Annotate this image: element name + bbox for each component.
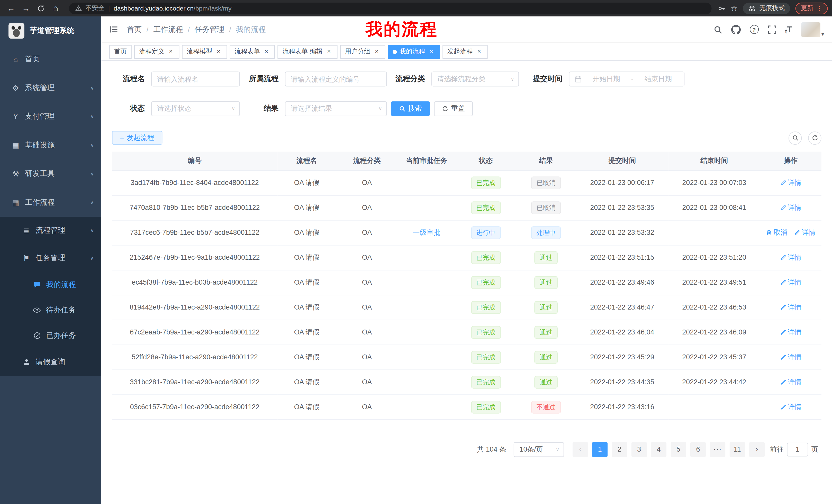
breadcrumb-workflow[interactable]: 工作流程 [153, 25, 183, 34]
browser-chrome: ← → ⌂ 不安全 | dashboard.yudao.iocoder.cn/b… [0, 0, 832, 17]
active-dot [393, 50, 397, 54]
tab-close-icon[interactable]: × [427, 48, 435, 55]
search-button[interactable]: 搜索 [391, 101, 430, 116]
detail-button[interactable]: 详情 [794, 228, 815, 237]
detail-icon [780, 304, 786, 311]
update-menu-button[interactable]: 更新 ⋮ [796, 2, 828, 14]
address-bar[interactable]: 不安全 | dashboard.yudao.iocoder.cn/bpm/tas… [69, 2, 711, 14]
page-button[interactable]: 6 [690, 442, 706, 457]
tab[interactable]: 发起流程 × [442, 45, 488, 59]
detail-button[interactable]: 详情 [780, 327, 802, 337]
tab[interactable]: 流程模型 × [182, 45, 227, 59]
sidebar-item-todo-tasks[interactable]: 待办任务 [0, 298, 101, 323]
key-icon[interactable] [718, 5, 725, 12]
detail-button[interactable]: 详情 [780, 277, 802, 287]
tab[interactable]: 流程表单 × [230, 45, 275, 59]
cancel-button[interactable]: 取消 [766, 228, 787, 237]
result-badge: 已取消 [531, 201, 561, 214]
sidebar-item-label: 我的流程 [46, 280, 76, 289]
detail-button[interactable]: 详情 [780, 302, 802, 312]
goto-page-input[interactable] [787, 442, 808, 456]
forward-button[interactable]: → [19, 1, 33, 15]
page-ellipsis[interactable]: ··· [710, 442, 725, 457]
tab[interactable]: 流程表单-编辑 × [278, 45, 337, 59]
search-icon[interactable] [713, 25, 722, 34]
detail-button[interactable]: 详情 [780, 203, 802, 212]
detail-label: 详情 [802, 228, 815, 237]
page-button[interactable]: 4 [651, 442, 667, 457]
tab-close-icon[interactable]: × [475, 48, 483, 55]
sidebar-toggle-button[interactable] [109, 25, 118, 33]
prev-page-button[interactable]: ‹ [573, 442, 588, 457]
tab-close-icon[interactable]: × [167, 48, 175, 55]
tab[interactable]: 流程定义 × [134, 45, 179, 59]
sidebar-item-payment[interactable]: ¥ 支付管理 ∨ [0, 102, 101, 131]
refresh-table-button[interactable] [808, 131, 822, 145]
detail-button[interactable]: 详情 [780, 352, 802, 362]
submit-time-range-picker[interactable]: 开始日期 - 结束日期 [569, 72, 684, 87]
reset-button[interactable]: 重置 [434, 101, 473, 116]
sidebar-item-workflow[interactable]: ▦ 工作流程 ∧ [0, 188, 101, 217]
detail-button[interactable]: 详情 [780, 253, 802, 262]
table-row: ec45f38f-7b9a-11ec-b03b-acde48001122 OA … [112, 270, 821, 295]
detail-label: 详情 [788, 327, 802, 337]
page-button[interactable]: 1 [592, 442, 607, 457]
caret-down-icon[interactable]: ▾ [822, 31, 824, 37]
current-task-link[interactable]: 一级审批 [413, 228, 440, 236]
tab-close-icon[interactable]: × [215, 48, 223, 55]
sidebar-item-done-tasks[interactable]: 已办任务 [0, 323, 101, 348]
process-def-input[interactable] [285, 72, 387, 87]
security-label[interactable]: 不安全 [85, 4, 104, 12]
tab-close-icon[interactable]: × [263, 48, 270, 55]
detail-button[interactable]: 详情 [780, 377, 802, 387]
page-size-select[interactable]: 10条/页 ∨ [514, 442, 564, 457]
detail-icon [780, 179, 786, 186]
breadcrumb-home[interactable]: 首页 [127, 25, 142, 34]
sidebar-item-home[interactable]: ⌂ 首页 [0, 45, 101, 74]
github-icon[interactable] [731, 25, 740, 34]
app-logo[interactable]: 芋道管理系统 [0, 17, 101, 45]
reload-button[interactable] [34, 1, 48, 15]
breadcrumb-task-management[interactable]: 任务管理 [194, 25, 225, 34]
help-icon[interactable]: ? [750, 25, 758, 34]
font-size-icon[interactable]: tT [785, 25, 792, 34]
page-button[interactable]: 2 [612, 442, 627, 457]
chevron-down-icon: ∨ [232, 106, 235, 111]
page-button[interactable]: 5 [671, 442, 686, 457]
process-name-input[interactable] [151, 72, 240, 87]
cell-actions: 详情 [760, 245, 821, 270]
toggle-search-button[interactable] [788, 131, 802, 145]
next-page-button[interactable]: › [749, 442, 765, 457]
tab[interactable]: 首页 [109, 45, 132, 59]
sidebar-item-process-management[interactable]: ≣ 流程管理 ∨ [0, 217, 101, 244]
tab-close-icon[interactable]: × [373, 48, 381, 55]
sidebar-item-leave-query[interactable]: 请假查询 [0, 348, 101, 376]
detail-button[interactable]: 详情 [780, 178, 802, 187]
page-button[interactable]: 3 [631, 442, 647, 457]
browser-home-button[interactable]: ⌂ [49, 1, 63, 15]
status-select[interactable]: 请选择状态 ∨ [151, 101, 240, 116]
page-size-value: 10条/页 [519, 444, 553, 454]
sidebar-item-task-management[interactable]: ⚑ 任务管理 ∧ [0, 244, 101, 272]
result-badge: 已取消 [531, 176, 561, 189]
sidebar-item-infrastructure[interactable]: ▤ 基础设施 ∨ [0, 131, 101, 160]
create-process-button[interactable]: + 发起流程 [112, 131, 162, 145]
cell-process-id: 331bc281-7b9a-11ec-a290-acde48001122 [112, 369, 278, 394]
tab-close-icon[interactable]: × [325, 48, 333, 55]
reload-icon [37, 5, 45, 12]
sidebar-item-devtools[interactable]: ⚒ 研发工具 ∨ [0, 160, 101, 188]
back-button[interactable]: ← [4, 1, 18, 15]
workflow-icon: ▦ [11, 198, 20, 207]
detail-button[interactable]: 详情 [780, 402, 802, 412]
result-select[interactable]: 请选择流结果 ∨ [285, 101, 387, 116]
sidebar-item-system[interactable]: ⚙ 系统管理 ∨ [0, 74, 101, 102]
fullscreen-icon[interactable] [768, 25, 776, 34]
avatar[interactable] [801, 22, 820, 37]
tab[interactable]: 用户分组 × [340, 45, 385, 59]
category-select[interactable]: 请选择流程分类 ∨ [432, 72, 519, 87]
tab[interactable]: 我的流程 × [388, 45, 440, 59]
font-big-glyph: T [787, 25, 792, 34]
bookmark-star-icon[interactable]: ☆ [730, 3, 738, 13]
sidebar-item-my-process[interactable]: 我的流程 [0, 272, 101, 298]
page-button[interactable]: 11 [730, 442, 745, 457]
